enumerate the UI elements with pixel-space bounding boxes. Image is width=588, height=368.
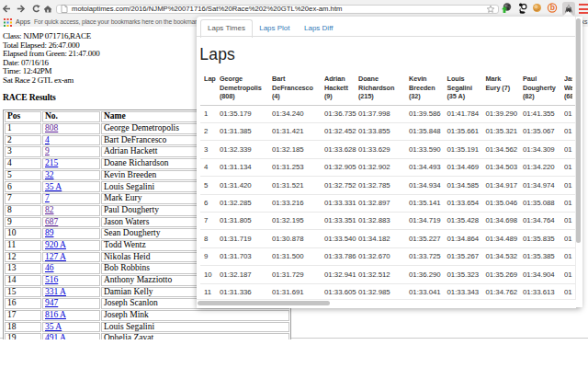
- svg-text:b: b: [550, 3, 555, 12]
